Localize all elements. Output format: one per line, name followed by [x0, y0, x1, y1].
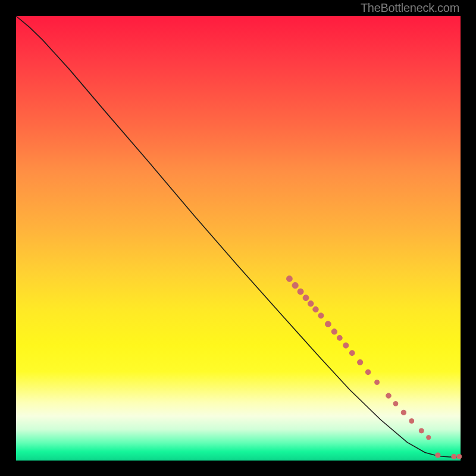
chart-dot	[375, 380, 380, 385]
chart-dot	[343, 343, 349, 348]
chart-line	[16, 16, 461, 457]
chart-dot	[386, 393, 392, 399]
chart-dot	[337, 335, 342, 340]
watermark-text: TheBottleneck.com	[361, 1, 459, 15]
chart-dot	[452, 454, 456, 459]
chart-dot	[365, 369, 371, 375]
chart-dots-group	[287, 276, 462, 459]
chart-dot	[308, 301, 314, 307]
chart-dot	[401, 410, 406, 415]
chart-dot	[457, 454, 462, 459]
chart-dot	[318, 313, 324, 318]
chart-dot	[331, 329, 337, 334]
chart-dot	[292, 283, 298, 289]
chart-frame: TheBottleneck.com	[0, 0, 476, 476]
chart-dot	[419, 428, 424, 433]
chart-dot	[303, 295, 309, 301]
chart-dot	[313, 306, 318, 312]
chart-svg	[16, 16, 461, 461]
plot-area	[16, 16, 461, 461]
chart-dot	[393, 401, 398, 406]
chart-dot	[427, 436, 431, 440]
chart-dot	[287, 276, 293, 282]
chart-dot	[409, 419, 414, 424]
chart-dot	[358, 359, 363, 365]
chart-dot	[436, 453, 440, 458]
chart-dot	[298, 289, 303, 295]
chart-dot	[349, 350, 355, 356]
chart-dot	[325, 321, 331, 327]
